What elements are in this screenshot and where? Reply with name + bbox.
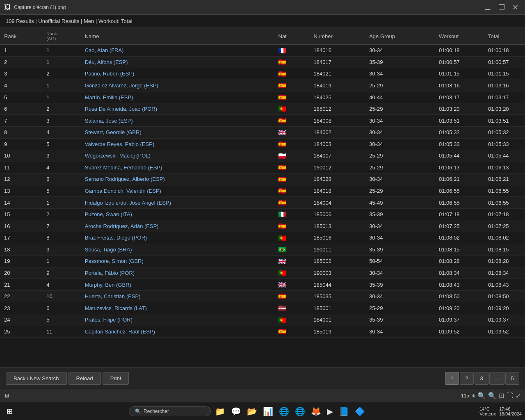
table-row: 5 1 Martín, Emilio (ESP) 🇪🇸 184025 40-44… bbox=[0, 91, 525, 103]
cell-total: 01:06:55 bbox=[484, 197, 525, 209]
cell-workout: 01:08:28 bbox=[435, 256, 484, 267]
cell-number: 185002 bbox=[310, 256, 365, 267]
task-icon-chrome[interactable]: 🌐 bbox=[277, 406, 291, 417]
cell-flag: 🇪🇸 bbox=[274, 197, 309, 209]
start-button[interactable]: ⊞ bbox=[3, 405, 16, 418]
flag-icon: 🇪🇸 bbox=[278, 329, 287, 335]
flag-icon: 🇪🇸 bbox=[278, 118, 287, 124]
task-icon-excel[interactable]: 📊 bbox=[261, 406, 275, 417]
cell-flag: 🇪🇸 bbox=[274, 326, 309, 338]
cell-rank: 4 bbox=[0, 80, 42, 91]
main-content: Rank Rank(AG) Name Nat Number Age Group … bbox=[0, 28, 525, 368]
zoom-in-icon[interactable]: 🔍 bbox=[488, 392, 496, 399]
flag-icon: 🇵🇹 bbox=[278, 270, 287, 276]
cell-name: Capitán Sánchez, Raúl (ESP) bbox=[81, 326, 274, 338]
flag-icon: 🇬🇧 bbox=[278, 282, 287, 288]
cell-workout: 01:08:34 bbox=[435, 267, 484, 279]
cell-name: Passmore, Simon (GBR) bbox=[81, 256, 274, 267]
zoom-out-icon[interactable]: 🔍 bbox=[477, 392, 486, 399]
cell-name: Wegorzewski, Maciej (POL) bbox=[81, 150, 274, 162]
cell-flag: 🇵🇹 bbox=[274, 232, 309, 244]
cell-flag: 🇵🇹 bbox=[274, 103, 309, 115]
print-button[interactable]: Print bbox=[103, 372, 129, 385]
cell-number: 184028 bbox=[310, 173, 365, 185]
page-button-...[interactable]: ... bbox=[489, 372, 504, 385]
cell-total: 01:05:44 bbox=[484, 150, 525, 162]
cell-flag: 🇪🇸 bbox=[274, 220, 309, 232]
cell-name: Martín, Emilio (ESP) bbox=[81, 91, 274, 103]
cell-total: 01:05:33 bbox=[484, 138, 525, 150]
task-icon-folder[interactable]: 📂 bbox=[245, 406, 259, 417]
task-icon-files[interactable]: 📁 bbox=[213, 406, 227, 417]
cell-rank-ag: 5 bbox=[42, 185, 81, 197]
cell-number: 184004 bbox=[310, 197, 365, 209]
page-button-3[interactable]: 3 bbox=[475, 372, 488, 385]
cell-flag: 🇬🇧 bbox=[274, 256, 309, 267]
cell-total: 01:08:43 bbox=[484, 279, 525, 291]
status-bar-left: 🖥 bbox=[4, 393, 9, 399]
cell-total: 01:06:13 bbox=[484, 162, 525, 173]
window-icon: 🖼 bbox=[4, 4, 11, 11]
cell-age-group: 30-34 bbox=[365, 138, 435, 150]
cell-age-group: 25-29 bbox=[365, 150, 435, 162]
cell-age-group: 40-44 bbox=[365, 91, 435, 103]
flag-icon: 🇪🇸 bbox=[278, 83, 287, 89]
task-icon-youtube[interactable]: ▶ bbox=[325, 406, 335, 417]
cell-rank-ag: 2 bbox=[42, 103, 81, 115]
cell-age-group: 30-34 bbox=[365, 68, 435, 80]
cell-flag: 🇵🇹 bbox=[274, 267, 309, 279]
reload-button[interactable]: Reload bbox=[68, 372, 101, 385]
table-row: 11 4 Suárez Medina, Fernando (ESP) 🇪🇸 19… bbox=[0, 162, 525, 173]
cell-rank: 9 bbox=[0, 138, 42, 150]
cell-flag: 🇧🇷 bbox=[274, 244, 309, 256]
cell-age-group: 35-39 bbox=[365, 208, 435, 220]
cell-flag: 🇪🇸 bbox=[274, 290, 309, 302]
table-row: 12 6 Serrano Rodriguez, Alberto (ESP) 🇪🇸… bbox=[0, 173, 525, 185]
cell-rank-ag: 6 bbox=[42, 302, 81, 314]
table-scroll[interactable]: Rank Rank(AG) Name Nat Number Age Group … bbox=[0, 28, 525, 368]
fullscreen-icon[interactable]: ⛶ bbox=[507, 392, 513, 399]
page-button-2[interactable]: 2 bbox=[460, 372, 474, 385]
cell-number: 190011 bbox=[310, 244, 365, 256]
cell-age-group: 30-34 bbox=[365, 173, 435, 185]
cell-age-group: 35-39 bbox=[365, 279, 435, 291]
page-button-5[interactable]: 5 bbox=[505, 372, 519, 385]
cell-total: 01:08:15 bbox=[484, 244, 525, 256]
flag-icon: 🇪🇸 bbox=[278, 142, 287, 147]
page-button-1[interactable]: 1 bbox=[445, 372, 459, 385]
task-icon-firefox[interactable]: 🦊 bbox=[309, 406, 323, 417]
task-icon-facebook[interactable]: 📘 bbox=[337, 406, 351, 417]
search-box[interactable]: 🔍 Rechercher bbox=[129, 406, 211, 416]
cell-name: Patiño, Rubén (ESP) bbox=[81, 68, 274, 80]
cell-workout: 01:06:21 bbox=[435, 173, 484, 185]
cell-rank: 12 bbox=[0, 173, 42, 185]
maximize-button[interactable]: ❐ bbox=[496, 2, 507, 13]
cell-number: 184021 bbox=[310, 68, 365, 80]
title-bar: 🖼 Capture d'écran (1).png ⚊ ❐ ✕ bbox=[0, 0, 525, 15]
cell-rank-ag: 1 bbox=[42, 45, 81, 57]
cell-age-group: 30-34 bbox=[365, 290, 435, 302]
task-icon-edge[interactable]: 🌐 bbox=[293, 406, 307, 417]
flag-icon: 🇪🇸 bbox=[278, 177, 287, 183]
cell-flag: 🇬🇧 bbox=[274, 126, 309, 138]
task-icon-teams[interactable]: 💬 bbox=[229, 406, 243, 417]
cell-workout: 01:07:25 bbox=[435, 220, 484, 232]
task-icon-app[interactable]: 🔷 bbox=[353, 406, 367, 417]
cell-number: 185019 bbox=[310, 326, 365, 338]
cell-number: 184008 bbox=[310, 115, 365, 127]
cell-number: 184025 bbox=[310, 91, 365, 103]
zoom-fit-icon[interactable]: ⤢ bbox=[516, 392, 521, 399]
col-nat: Nat bbox=[274, 28, 309, 45]
close-button[interactable]: ✕ bbox=[510, 2, 521, 13]
fit-page-icon[interactable]: ⊡ bbox=[499, 392, 504, 399]
cell-age-group: 35-39 bbox=[365, 244, 435, 256]
back-button[interactable]: Back / New Search bbox=[6, 372, 67, 385]
cell-name: Braz Freitas, Diogo (POR) bbox=[81, 232, 274, 244]
cell-workout: 01:08:15 bbox=[435, 244, 484, 256]
flag-icon: 🇪🇸 bbox=[278, 224, 287, 229]
minimize-button[interactable]: ⚊ bbox=[482, 2, 493, 13]
cell-workout: 01:05:33 bbox=[435, 138, 484, 150]
cell-rank: 16 bbox=[0, 220, 42, 232]
cell-age-group: 25-29 bbox=[365, 185, 435, 197]
table-row: 2 1 Déu, Alfons (ESP) 🇪🇸 184017 35-39 01… bbox=[0, 56, 525, 68]
